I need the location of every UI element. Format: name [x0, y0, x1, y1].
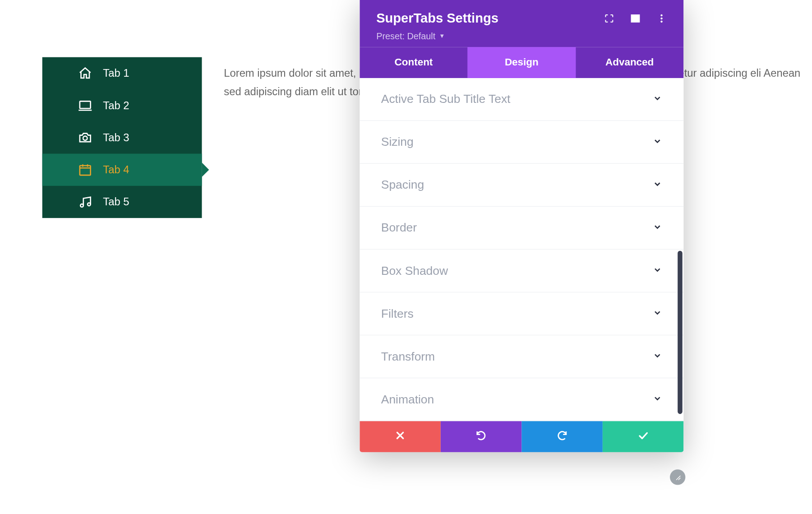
- more-menu-icon[interactable]: [656, 13, 667, 24]
- accordion-item-sizing[interactable]: Sizing: [360, 121, 683, 164]
- svg-point-6: [661, 14, 663, 16]
- chevron-down-icon: [653, 308, 662, 320]
- sidebar-item-tab-4[interactable]: Tab 4: [42, 154, 202, 186]
- close-icon: [394, 430, 406, 444]
- chevron-down-icon: [653, 179, 662, 191]
- accordion-item-animation[interactable]: Animation: [360, 378, 683, 421]
- caret-down-icon: ▼: [439, 33, 445, 40]
- sidebar-item-tab-2[interactable]: Tab 2: [42, 89, 202, 121]
- modal-tab-label: Content: [395, 56, 433, 68]
- preset-label: Preset: Default: [376, 31, 435, 41]
- settings-modal: SuperTabs Settings Preset: Default ▼: [360, 0, 683, 452]
- chevron-down-icon: [653, 265, 662, 277]
- calendar-icon: [78, 162, 92, 177]
- chevron-down-icon: [653, 222, 662, 234]
- accordion-item-border[interactable]: Border: [360, 207, 683, 250]
- svg-point-1: [83, 136, 87, 140]
- sidebar-item-label: Tab 5: [103, 196, 129, 208]
- accordion-item-transform[interactable]: Transform: [360, 335, 683, 378]
- undo-button[interactable]: [441, 421, 522, 452]
- svg-rect-0: [80, 101, 91, 108]
- svg-point-8: [661, 21, 663, 23]
- resize-handle[interactable]: [670, 469, 685, 485]
- svg-rect-2: [80, 166, 91, 175]
- sidebar-item-tab-1[interactable]: Tab 1: [42, 57, 202, 89]
- camera-icon: [78, 130, 92, 145]
- redo-button[interactable]: [521, 421, 603, 452]
- svg-point-7: [661, 18, 663, 19]
- cancel-button[interactable]: [360, 421, 441, 452]
- modal-footer: [360, 421, 683, 452]
- chevron-down-icon: [653, 351, 662, 362]
- accordion-item-filters[interactable]: Filters: [360, 292, 683, 335]
- accordion-label: Active Tab Sub Title Text: [381, 93, 511, 106]
- sidebar-item-tab-5[interactable]: Tab 5: [42, 186, 202, 218]
- accordion-label: Border: [381, 221, 417, 235]
- layout-icon[interactable]: [630, 13, 641, 24]
- modal-tab-label: Design: [505, 56, 539, 68]
- accordion-item-active-tab-sub-title-text[interactable]: Active Tab Sub Title Text: [360, 78, 683, 121]
- preset-selector[interactable]: Preset: Default ▼: [376, 31, 667, 41]
- accordion-item-spacing[interactable]: Spacing: [360, 164, 683, 207]
- tab-advanced[interactable]: Advanced: [576, 47, 683, 78]
- undo-icon: [475, 430, 487, 444]
- chevron-down-icon: [653, 136, 662, 148]
- accordion-label: Box Shadow: [381, 264, 448, 278]
- accordion-label: Filters: [381, 307, 414, 320]
- accordion-list[interactable]: Active Tab Sub Title Text Sizing Spacing…: [360, 78, 683, 421]
- svg-point-4: [88, 203, 91, 206]
- accordion-label: Transform: [381, 350, 435, 363]
- laptop-icon: [78, 98, 92, 113]
- accordion-item-box-shadow[interactable]: Box Shadow: [360, 250, 683, 292]
- sidebar-item-label: Tab 1: [103, 67, 129, 80]
- modal-header: SuperTabs Settings Preset: Default ▼: [360, 0, 683, 47]
- sidebar-item-label: Tab 4: [103, 163, 129, 176]
- chevron-down-icon: [653, 93, 662, 105]
- tab-content[interactable]: Content: [360, 47, 467, 78]
- modal-tab-label: Advanced: [605, 56, 654, 68]
- accordion-label: Sizing: [381, 135, 414, 149]
- modal-tabs: Content Design Advanced: [360, 47, 683, 78]
- accordion-label: Animation: [381, 393, 434, 406]
- sidebar-item-label: Tab 2: [103, 99, 129, 112]
- accordion-label: Spacing: [381, 178, 424, 192]
- home-icon: [78, 66, 92, 81]
- save-button[interactable]: [603, 421, 684, 452]
- check-icon: [637, 430, 649, 444]
- modal-header-icons: [604, 13, 667, 24]
- music-icon: [78, 195, 92, 209]
- redo-icon: [556, 430, 568, 444]
- scrollbar-thumb[interactable]: [678, 251, 683, 414]
- tabs-sidebar: Tab 1 Tab 2 Tab 3 Tab 4 Tab 5: [42, 57, 202, 218]
- chevron-down-icon: [653, 394, 662, 405]
- sidebar-item-tab-3[interactable]: Tab 3: [42, 121, 202, 153]
- modal-title: SuperTabs Settings: [376, 11, 498, 26]
- tab-design[interactable]: Design: [468, 47, 576, 78]
- svg-point-3: [80, 204, 83, 207]
- expand-icon[interactable]: [604, 13, 614, 24]
- sidebar-item-label: Tab 3: [103, 131, 129, 144]
